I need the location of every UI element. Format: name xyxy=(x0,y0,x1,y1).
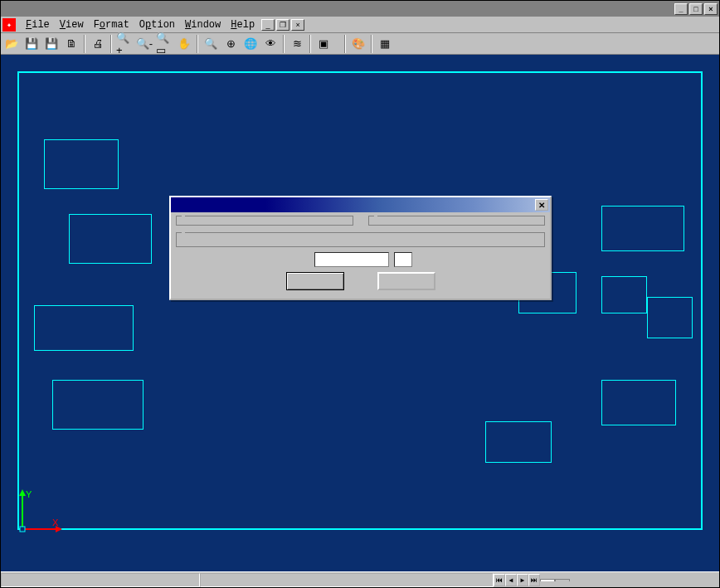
print-icon[interactable]: 🖨 xyxy=(89,35,107,53)
tab-nav-last[interactable]: ⏭ xyxy=(528,574,540,586)
frame-icon[interactable]: ▣ xyxy=(314,35,333,53)
bg-button[interactable] xyxy=(334,35,341,53)
cancel-button[interactable] xyxy=(377,272,435,290)
minimize-button[interactable]: _ xyxy=(674,3,688,15)
menu-view[interactable]: View xyxy=(55,17,89,32)
zoom-window-icon[interactable]: 🔍▭ xyxy=(155,35,173,53)
coords-readout xyxy=(1,573,200,587)
drawing-canvas[interactable]: Y X ✕ xyxy=(1,55,719,571)
mdi-close-button[interactable]: × xyxy=(291,19,304,31)
view-icon[interactable]: 👁 xyxy=(261,35,280,53)
svg-marker-1 xyxy=(19,489,26,496)
menu-file[interactable]: File xyxy=(21,17,55,32)
palette-icon[interactable]: ▦ xyxy=(376,35,394,53)
menu-format[interactable]: Format xyxy=(89,17,134,32)
ucs-icon: Y X xyxy=(16,486,66,538)
menubar: ✦ File View Format Option Window Help _ … xyxy=(1,17,719,33)
layers-icon[interactable]: ≋ xyxy=(288,35,306,53)
zoom-all-icon[interactable]: ⊕ xyxy=(221,35,240,53)
maximize-button[interactable]: □ xyxy=(689,3,703,15)
mdi-restore-button[interactable]: ❐ xyxy=(276,19,289,31)
statusbar: ⏮ ◀ ▶ ⏭ xyxy=(1,571,719,587)
batch-icon[interactable]: 🗎 xyxy=(62,35,80,53)
close-button[interactable]: × xyxy=(704,3,718,15)
zoom-extents-icon[interactable]: 🔍 xyxy=(202,35,220,53)
gray-shades-group xyxy=(368,216,546,226)
ok-button[interactable] xyxy=(286,272,344,290)
selected-color-swatch xyxy=(394,252,412,267)
select-color-dialog: ✕ xyxy=(169,196,552,300)
dialog-close-button[interactable]: ✕ xyxy=(535,199,548,211)
menu-option[interactable]: Option xyxy=(134,17,180,32)
tab-dsize-plot[interactable] xyxy=(555,579,570,581)
main-titlebar: _ □ × xyxy=(1,1,719,17)
svg-rect-4 xyxy=(20,527,25,532)
standard-colors-group xyxy=(176,216,353,226)
ucs-x-label: X xyxy=(52,518,59,527)
tab-nav-next[interactable]: ▶ xyxy=(517,574,528,586)
dialog-titlebar[interactable]: ✕ xyxy=(171,197,550,212)
tab-nav-prev[interactable]: ◀ xyxy=(505,574,517,586)
pan-icon[interactable]: ✋ xyxy=(175,35,193,53)
selected-color-field[interactable] xyxy=(314,252,389,267)
full-palette-group xyxy=(176,232,545,247)
tab-nav-first[interactable]: ⏮ xyxy=(494,574,505,586)
floorplan xyxy=(17,71,703,530)
saveas-icon[interactable]: 💾 xyxy=(42,35,61,53)
orbit-icon[interactable]: 🌐 xyxy=(241,35,260,53)
menu-help[interactable]: Help xyxy=(226,17,260,32)
zoom-out-icon[interactable]: 🔍- xyxy=(135,35,153,53)
toolbar: 📂 💾 💾 🗎 🖨 🔍+ 🔍- 🔍▭ ✋ 🔍 ⊕ 🌐 👁 ≋ ▣ 🎨 ▦ xyxy=(1,33,719,55)
app-icon: ✦ xyxy=(2,18,16,32)
save-icon[interactable]: 💾 xyxy=(22,35,41,53)
ucs-y-label: Y xyxy=(26,489,32,499)
menu-window[interactable]: Window xyxy=(180,17,226,32)
open-icon[interactable]: 📂 xyxy=(2,35,21,53)
tab-model[interactable] xyxy=(540,579,555,581)
zoom-in-icon[interactable]: 🔍+ xyxy=(115,35,134,53)
color-icon[interactable]: 🎨 xyxy=(349,35,367,53)
mdi-minimize-button[interactable]: _ xyxy=(261,19,275,31)
